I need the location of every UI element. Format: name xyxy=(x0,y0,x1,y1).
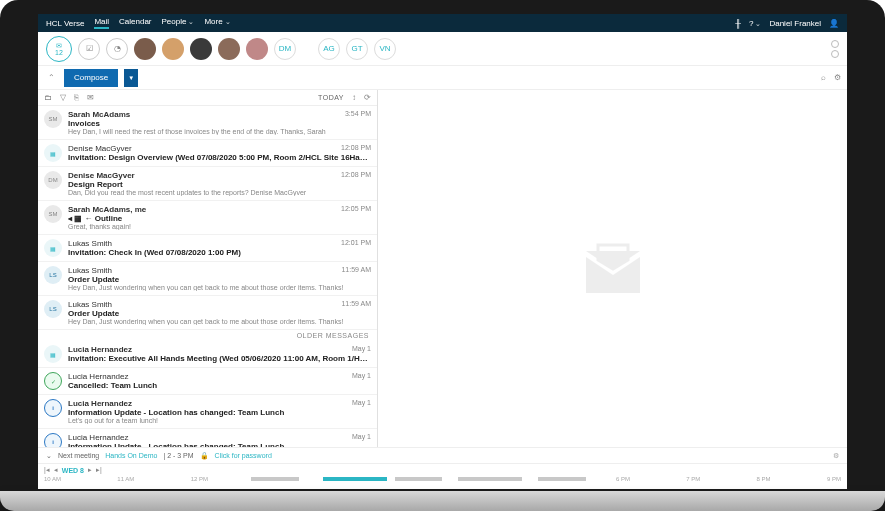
org-icon[interactable]: ╫ xyxy=(735,19,741,28)
next-meeting-cta[interactable]: Click for password xyxy=(215,452,272,459)
compose-button[interactable]: Compose xyxy=(64,69,118,87)
chevron-down-icon[interactable]: ⌄ xyxy=(46,452,52,460)
search-icon[interactable]: ⌕ xyxy=(821,73,826,82)
collapse-icon[interactable]: ⌃ xyxy=(44,71,58,85)
people-options[interactable] xyxy=(831,40,839,58)
people-bar: ✉ 12 ☑ ◔ DM AG GT VN xyxy=(38,32,847,66)
compose-dropdown[interactable]: ▼ xyxy=(124,69,138,87)
person-avatar[interactable] xyxy=(162,38,184,60)
task-icon[interactable]: ☑ xyxy=(78,38,100,60)
message-row[interactable]: ▦Lucia HernandezMay 1Invitation: Executi… xyxy=(38,341,377,368)
nav-calendar[interactable]: Calendar xyxy=(119,17,151,29)
message-row[interactable]: ▦Lukas Smith12:01 PMInvitation: Check In… xyxy=(38,235,377,262)
message-time: 3:54 PM xyxy=(345,110,371,119)
tl-last-icon[interactable]: ▸| xyxy=(96,466,102,474)
message-from: Lukas Smith xyxy=(68,266,112,275)
user-name[interactable]: Daniel Frankel xyxy=(769,19,821,28)
message-subject: Invitation: Executive All Hands Meeting … xyxy=(68,354,371,363)
nav-people[interactable]: People⌄ xyxy=(162,17,195,29)
message-from: Lucia Hernandez xyxy=(68,345,132,354)
timeline-nav: |◂ ◂ WED 8 ▸ ▸| xyxy=(44,464,841,476)
user-avatar-icon[interactable]: 👤 xyxy=(829,19,839,28)
help-icon[interactable]: ?⌄ xyxy=(749,19,761,28)
envelope-icon: ✉ xyxy=(56,42,62,49)
timeline-event[interactable] xyxy=(538,477,586,481)
message-avatar: i xyxy=(44,399,62,417)
person-chip[interactable]: AG xyxy=(318,38,340,60)
message-subject: Invitation: Design Overview (Wed 07/08/2… xyxy=(68,153,371,162)
sort-icon[interactable]: ↕ xyxy=(352,93,356,102)
list-header: 🗀 ▽ ⎘ ✉ TODAY ↕ ⟳ xyxy=(38,90,377,106)
person-chip[interactable]: GT xyxy=(346,38,368,60)
message-row[interactable]: DMDenise MacGyver12:08 PMDesign ReportDa… xyxy=(38,167,377,201)
message-from: Denise MacGyver xyxy=(68,144,132,153)
filter-icon[interactable]: ▽ xyxy=(60,93,66,102)
message-row[interactable]: LSLukas Smith11:59 AMOrder UpdateHey Dan… xyxy=(38,262,377,296)
nav-mail[interactable]: Mail xyxy=(94,17,109,29)
message-subject: Design Report xyxy=(68,180,371,189)
timeline-event[interactable] xyxy=(251,477,299,481)
message-avatar: ▦ xyxy=(44,345,62,363)
message-subject: Invitation: Check In (Wed 07/08/2020 1:0… xyxy=(68,248,371,257)
attach-icon[interactable]: ⎘ xyxy=(74,93,79,102)
person-chip[interactable]: DM xyxy=(274,38,296,60)
message-row[interactable]: iLucia HernandezMay 1Information Update … xyxy=(38,429,377,447)
lock-icon: 🔒 xyxy=(200,452,209,460)
refresh-icon[interactable]: ⟳ xyxy=(364,93,371,102)
mail-icon[interactable]: ✉ xyxy=(87,93,94,102)
message-from: Lucia Hernandez xyxy=(68,372,128,381)
message-preview: Let's go out for a team lunch! xyxy=(68,417,371,424)
person-avatar[interactable] xyxy=(134,38,156,60)
message-preview: Hey Dan, I will need the rest of those i… xyxy=(68,128,371,135)
timeline-track[interactable]: 10 AM11 AM12 PM1 PM2 PM3 PM4 PM5 PM6 PM7… xyxy=(44,476,841,488)
meeting-settings-icon[interactable]: ⚙ xyxy=(833,452,839,460)
settings-icon[interactable]: ⚙ xyxy=(834,73,841,82)
timeline-event[interactable] xyxy=(458,477,522,481)
message-avatar: ▦ xyxy=(44,144,62,162)
message-time: 12:08 PM xyxy=(341,171,371,180)
folder-icon[interactable]: 🗀 xyxy=(44,93,52,102)
message-list[interactable]: SMSarah McAdams3:54 PMInvoicesHey Dan, I… xyxy=(38,106,377,447)
message-avatar: LS xyxy=(44,300,62,318)
timeline-event[interactable] xyxy=(323,477,387,481)
next-meeting-title[interactable]: Hands On Demo xyxy=(105,452,157,459)
tl-next-icon[interactable]: ▸ xyxy=(88,466,92,474)
message-list-pane: 🗀 ▽ ⎘ ✉ TODAY ↕ ⟳ SMSarah McAdams3:54 PM… xyxy=(38,90,378,447)
message-row[interactable]: SMSarah McAdams, me12:05 PM◂ ▦ ← Outline… xyxy=(38,201,377,235)
message-row[interactable]: LSLukas Smith11:59 AMOrder UpdateHey Dan… xyxy=(38,296,377,330)
message-avatar: DM xyxy=(44,171,62,189)
nav-more[interactable]: More⌄ xyxy=(204,17,230,29)
message-time: May 1 xyxy=(352,399,371,408)
message-avatar: LS xyxy=(44,266,62,284)
person-avatar[interactable] xyxy=(218,38,240,60)
message-subject: Order Update xyxy=(68,275,371,284)
message-avatar: ✓ xyxy=(44,372,62,390)
person-avatar[interactable] xyxy=(190,38,212,60)
message-row[interactable]: ▦Denise MacGyver12:08 PMInvitation: Desi… xyxy=(38,140,377,167)
tl-prev-icon[interactable]: ◂ xyxy=(54,466,58,474)
message-preview: Dan, Did you read the most recent update… xyxy=(68,189,371,196)
message-time: 12:08 PM xyxy=(341,144,371,153)
message-from: Lucia Hernandez xyxy=(68,399,132,408)
timeline-day[interactable]: WED 8 xyxy=(62,467,84,474)
person-chip[interactable]: VN xyxy=(374,38,396,60)
message-from: Sarah McAdams xyxy=(68,110,130,119)
timeline-event[interactable] xyxy=(395,477,443,481)
message-subject: Invoices xyxy=(68,119,371,128)
inbox-count: 12 xyxy=(55,49,63,56)
tl-first-icon[interactable]: |◂ xyxy=(44,466,50,474)
message-from: Lukas Smith xyxy=(68,300,112,309)
recent-icon[interactable]: ◔ xyxy=(106,38,128,60)
toolbar: ⌃ Compose ▼ ⌕ ⚙ xyxy=(38,66,847,90)
message-subject: Cancelled: Team Lunch xyxy=(68,381,371,390)
laptop-base xyxy=(0,491,885,511)
today-label: TODAY xyxy=(318,94,344,101)
message-avatar: i xyxy=(44,433,62,447)
message-row[interactable]: ✓Lucia HernandezMay 1Cancelled: Team Lun… xyxy=(38,368,377,395)
message-row[interactable]: SMSarah McAdams3:54 PMInvoicesHey Dan, I… xyxy=(38,106,377,140)
message-row[interactable]: iLucia HernandezMay 1Information Update … xyxy=(38,395,377,429)
inbox-badge[interactable]: ✉ 12 xyxy=(46,36,72,62)
person-avatar[interactable] xyxy=(246,38,268,60)
laptop-frame: HCL Verse Mail Calendar People⌄ More⌄ ╫ … xyxy=(0,0,885,511)
main-area: 🗀 ▽ ⎘ ✉ TODAY ↕ ⟳ SMSarah McAdams3:54 PM… xyxy=(38,90,847,447)
